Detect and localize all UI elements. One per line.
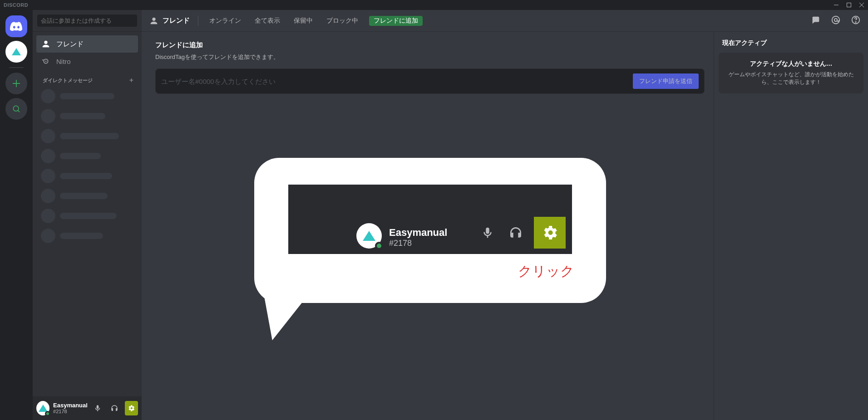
active-now-empty-title: アクティブな人がいません… [726,60,856,68]
window-maximize[interactable] [846,2,852,8]
headphones-icon [110,404,118,412]
status-online-icon [375,242,383,250]
callout-settings-button [534,217,566,249]
help-icon [851,15,861,25]
status-online-icon [45,411,50,416]
username: Easymanual [53,402,88,409]
explore-button[interactable] [5,98,27,120]
center-pane: フレンドに追加 DiscordTagを使ってフレンドを追加できます。 フレンド申… [142,32,714,420]
compass-icon [12,104,21,113]
callout-mic-button [478,223,498,243]
deafen-button[interactable] [108,401,121,415]
window-minimize[interactable] [833,2,839,8]
active-now-heading: 現在アクティブ [722,39,860,47]
dm-placeholder [36,206,138,226]
callout-headphones-button [506,223,526,243]
svg-text:+: + [818,15,820,19]
conversation-search-input[interactable] [37,15,137,27]
tab-all[interactable]: 全て表示 [252,16,283,26]
microphone-icon [481,226,494,239]
user-name-block[interactable]: Easymanual #2178 [53,402,88,414]
triangle-logo-icon [363,231,375,241]
dm-placeholder [36,146,138,166]
callout-discriminator: #2178 [389,239,447,249]
dm-avatar-pill[interactable] [5,41,27,63]
user-discriminator: #2178 [53,409,88,414]
dm-placeholder [36,86,138,106]
dm-placeholder [36,106,138,126]
main-area: フレンド オンライン 全て表示 保留中 ブロック中 フレンドに追加 + [142,10,868,420]
plus-icon [11,78,21,88]
dm-placeholder [36,226,138,246]
window-titlebar: DISCORD [0,0,868,10]
page-title: フレンド [163,16,190,25]
app-brand: DISCORD [4,2,28,8]
tab-online[interactable]: オンライン [207,16,244,26]
friends-icon [41,39,51,49]
sidebar-item-nitro[interactable]: Nitro [36,53,138,70]
nav-divider [198,16,198,26]
callout-tail [254,284,311,345]
user-panel: Easymanual #2178 [33,396,142,420]
microphone-icon [94,404,102,412]
dm-header-label: ダイレクトメッセージ [43,77,93,84]
active-now-empty-body: ゲームやボイスチャットなど、誰かが活動を始めたら、ここで表示します！ [726,71,856,86]
svg-point-6 [834,19,837,21]
sidebar-item-label: Nitro [56,58,71,65]
tab-blocked[interactable]: ブロック中 [324,16,361,26]
annotation-callout: Easymanual #2178 [254,158,606,339]
gear-icon [541,224,559,242]
inbox-button[interactable] [831,15,841,26]
gear-icon [127,404,135,412]
svg-point-8 [855,22,856,22]
chat-plus-icon: + [811,15,821,25]
channel-sidebar: フレンド Nitro ダイレクトメッセージ + [33,10,142,420]
nitro-icon [41,56,51,66]
add-friend-desc: DiscordTagを使ってフレンドを追加できます。 [155,53,705,61]
svg-point-3 [45,61,47,62]
user-avatar[interactable] [36,401,49,415]
help-button[interactable] [851,15,861,26]
callout-avatar [356,223,382,249]
new-dm-button[interactable]: + [129,76,133,84]
mention-icon [831,15,841,25]
tab-add-friend[interactable]: フレンドに追加 [369,16,423,26]
discord-logo-icon [10,22,23,31]
svg-rect-0 [847,3,851,7]
home-button[interactable] [5,15,27,37]
friend-tag-input[interactable] [161,78,633,85]
new-group-dm-button[interactable]: + [811,15,821,26]
send-friend-request-button[interactable]: フレンド申請を送信 [633,73,699,89]
headphones-icon [508,225,523,240]
sidebar-item-friends[interactable]: フレンド [36,35,138,53]
add-server-button[interactable] [5,73,27,94]
dm-placeholder [36,126,138,146]
guild-list [0,10,33,420]
callout-click-label: クリック [518,262,574,281]
dm-placeholder [36,186,138,206]
callout-username: Easymanual [389,227,447,239]
user-settings-button[interactable] [125,401,138,415]
svg-point-5 [832,16,840,24]
sidebar-item-label: フレンド [56,40,84,49]
dm-placeholder [36,166,138,186]
active-now-panel: 現在アクティブ アクティブな人がいません… ゲームやボイスチャットなど、誰かが活… [714,32,868,420]
tab-pending[interactable]: 保留中 [291,16,316,26]
window-close[interactable] [859,2,864,8]
triangle-logo-icon [12,48,21,55]
add-friend-heading: フレンドに追加 [155,41,705,49]
top-nav: フレンド オンライン 全て表示 保留中 ブロック中 フレンドに追加 + [142,10,868,32]
callout-user-panel: Easymanual #2178 [288,185,572,254]
guild-separator [9,67,24,68]
mute-mic-button[interactable] [91,401,104,415]
friends-icon [149,16,159,26]
